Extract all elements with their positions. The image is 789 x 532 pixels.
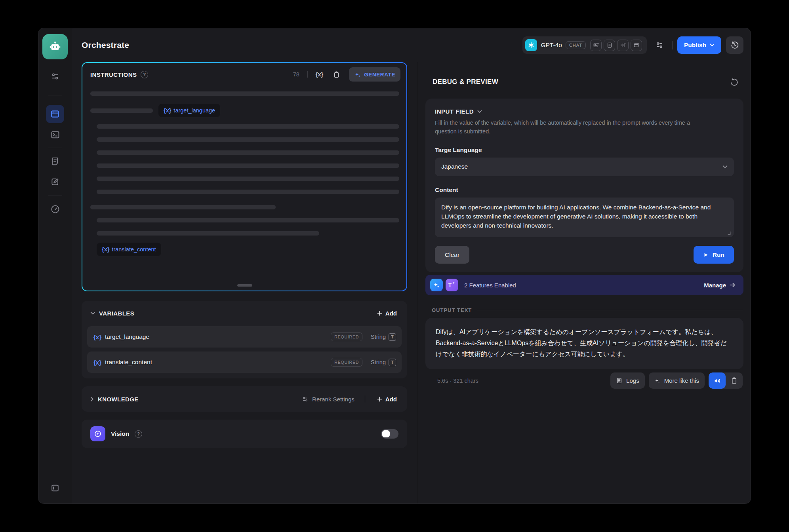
knowledge-section[interactable]: KNOWLEDGE Rerank Settings (82, 386, 407, 412)
skeleton-line (90, 91, 399, 96)
text-to-speech-feature-icon: T (446, 279, 458, 291)
rerank-label: Rerank Settings (312, 396, 354, 403)
copy-icon[interactable] (333, 71, 340, 78)
sidebar-item-logs[interactable] (47, 153, 63, 169)
output-footer: 5.6s · 321 chars Logs (425, 372, 743, 389)
more-like-this-label: More like this (664, 377, 699, 384)
generate-button[interactable]: GENERATE (349, 67, 400, 82)
add-label: Add (385, 310, 397, 317)
target-language-select[interactable]: Japanese (435, 158, 734, 176)
input-field-title: INPUT FIELD (435, 108, 474, 115)
sidebar-item-settings[interactable] (47, 68, 63, 85)
plus-icon (377, 311, 382, 316)
sidebar-item-monitoring[interactable] (47, 201, 63, 217)
char-count: 78 (293, 71, 299, 78)
chevron-right-icon[interactable] (90, 397, 94, 402)
publish-button[interactable]: Publish (677, 36, 721, 54)
clear-button[interactable]: Clear (435, 246, 469, 264)
model-parameters-button[interactable] (652, 37, 667, 53)
toggle-knob (382, 430, 390, 437)
instructions-panel: INSTRUCTIONS ? 78 {x} (82, 62, 407, 291)
manage-label: Manage (704, 282, 726, 289)
resize-grip-icon[interactable] (727, 230, 732, 235)
insert-variable-button[interactable]: {x} (316, 71, 323, 78)
chevron-down-icon (710, 44, 715, 47)
content-value: Dify is an open-source platform for buil… (441, 204, 711, 229)
clipboard-icon (730, 377, 738, 384)
variable-token-icon: {x} (93, 359, 101, 366)
content-label: Content (435, 186, 734, 194)
sidebar (38, 28, 72, 504)
run-button[interactable]: Run (694, 246, 734, 264)
model-capabilities (590, 40, 642, 51)
speaker-button[interactable] (709, 372, 726, 389)
variables-header[interactable]: VARIABLES Add (87, 304, 402, 322)
help-icon[interactable]: ? (135, 430, 142, 438)
string-type-icon: T (389, 333, 396, 341)
more-like-this-button[interactable]: More like this (649, 372, 705, 389)
target-language-label: Targe Language (435, 146, 734, 154)
help-icon[interactable]: ? (141, 71, 148, 78)
variable-chip-translate-content[interactable]: {x} translate_content (97, 243, 161, 256)
variable-row-target-language[interactable]: {x} target_language REQUIRED String T (87, 326, 402, 348)
variable-type: String T (371, 359, 396, 366)
app-avatar[interactable] (42, 34, 68, 59)
restart-button[interactable] (726, 74, 742, 90)
sliders-icon (655, 41, 664, 49)
variable-token-icon: {x} (93, 334, 101, 340)
content-textarea[interactable]: Dify is an open-source platform for buil… (435, 198, 734, 238)
speaker-icon (713, 377, 721, 385)
chevron-down-icon[interactable] (90, 312, 95, 315)
video-capability-icon (631, 40, 642, 51)
string-type-icon: T (389, 359, 396, 366)
header-divider (307, 71, 308, 78)
plus-icon (377, 397, 382, 402)
required-badge: REQUIRED (331, 358, 362, 367)
vision-toggle[interactable] (381, 429, 398, 439)
prompt-editor[interactable]: {x} target_language (82, 86, 406, 291)
rerank-settings-button[interactable]: Rerank Settings (302, 396, 354, 403)
logs-button[interactable]: Logs (610, 372, 645, 389)
history-button[interactable] (726, 36, 743, 54)
add-variable-button[interactable]: Add (375, 310, 398, 317)
input-field-description: Fill in the value of the variable, which… (435, 119, 690, 136)
type-name: String (371, 359, 386, 365)
resize-handle[interactable] (237, 284, 252, 287)
add-knowledge-button[interactable]: Add (375, 396, 398, 403)
variable-chip-label: target_language (173, 107, 215, 114)
output-section-header: OUTPUT TEXT (425, 307, 743, 313)
sparkle-icon (654, 378, 661, 384)
openai-logo-icon (525, 39, 537, 51)
variable-row-translate-content[interactable]: {x} translate_content REQUIRED String T (87, 352, 402, 373)
sidebar-divider (48, 196, 62, 196)
vision-capability-icon (590, 40, 602, 51)
variable-token-icon: {x} (102, 246, 109, 253)
orchestrate-pane: INSTRUCTIONS ? 78 {x} (72, 62, 417, 504)
skeleton-line (90, 108, 153, 113)
collapse-sidebar-button[interactable] (47, 480, 63, 496)
sidebar-divider (48, 148, 62, 148)
copy-output-button[interactable] (726, 372, 743, 389)
edit-icon (50, 177, 60, 186)
arrow-right-icon (730, 283, 736, 287)
selected-language: Japanese (441, 163, 468, 170)
sidebar-item-terminal[interactable] (47, 126, 63, 143)
sidebar-item-orchestrate[interactable] (46, 105, 64, 123)
terminal-icon (50, 130, 60, 140)
sidebar-item-annotation[interactable] (47, 173, 63, 190)
document-icon (50, 156, 60, 166)
features-enabled-bar[interactable]: T 2 Features Enabled Manage (425, 275, 743, 295)
run-label: Run (713, 251, 724, 258)
skeleton-line (97, 177, 399, 181)
model-name: GPT-4o (541, 42, 562, 49)
model-selector[interactable]: GPT-4o CHAT (522, 36, 647, 54)
skeleton-line (97, 150, 399, 155)
variable-type: String T (371, 333, 396, 341)
manage-features-button[interactable]: Manage (704, 282, 736, 289)
sparkle-icon (354, 71, 361, 78)
input-field-header[interactable]: INPUT FIELD (435, 108, 734, 115)
features-enabled-text: 2 Features Enabled (464, 282, 516, 289)
skeleton-line (97, 231, 319, 236)
variable-chip-target-language[interactable]: {x} target_language (158, 104, 220, 117)
divider (365, 395, 365, 403)
